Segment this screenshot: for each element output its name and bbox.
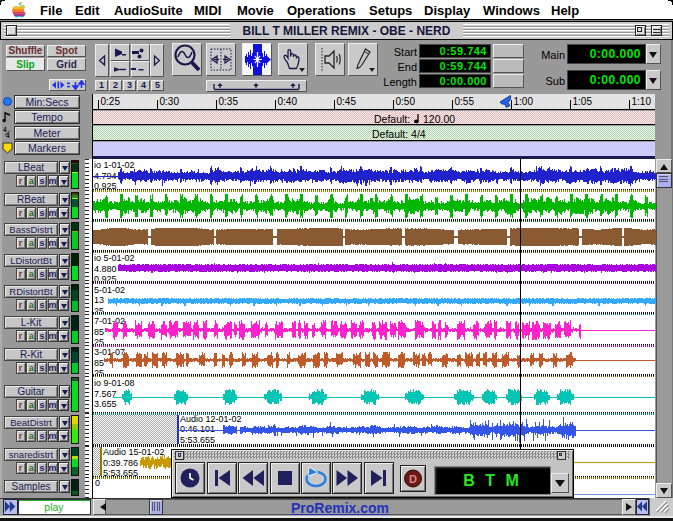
svg-text:D: D [409,472,417,484]
